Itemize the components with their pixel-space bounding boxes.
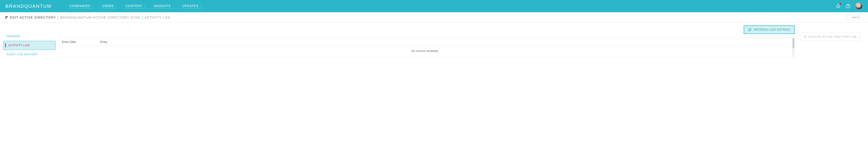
nav-insights[interactable]: INSIGHTS ⌄ xyxy=(154,4,174,8)
sidenav-label: AUDIT LOG HISTORY xyxy=(6,53,38,56)
table-scrollbar[interactable] xyxy=(792,37,795,57)
chevron-down-icon: ⌄ xyxy=(172,4,174,7)
refresh-wrap: REFRESH LOG ENTRIES xyxy=(59,24,795,37)
nav-label: UPDATES xyxy=(182,4,198,8)
stopwatch-icon xyxy=(804,35,807,38)
right-column: EXECUTE ACTIVE DIRECTORY JOB xyxy=(800,24,868,41)
nav-updates[interactable]: UPDATES ⌄ xyxy=(182,4,202,8)
sidenav-general[interactable]: GENERAL xyxy=(3,32,56,41)
help-icon xyxy=(846,4,850,8)
side-nav: GENERAL ACTIVITY LOG AUDIT LOG HISTORY xyxy=(0,24,59,59)
chevron-down-icon: ⌄ xyxy=(92,4,94,7)
nav-right xyxy=(835,2,863,10)
col-entry[interactable]: Entry xyxy=(97,38,110,46)
refresh-label: REFRESH LOG ENTRIES xyxy=(754,28,790,31)
breadcrumb-separator: | xyxy=(142,16,143,19)
sidenav-audit-log-history[interactable]: AUDIT LOG HISTORY xyxy=(3,50,56,59)
sidenav-label: ACTIVITY LOG xyxy=(8,44,30,47)
sidenav-label: GENERAL xyxy=(6,35,21,38)
page-icon xyxy=(5,16,8,19)
breadcrumb-page: ACTIVITY LOG xyxy=(145,16,170,19)
breadcrumb-main: EDIT ACTIVE DIRECTORY xyxy=(10,16,56,19)
page-body: GENERAL ACTIVITY LOG AUDIT LOG HISTORY R… xyxy=(0,23,868,59)
nav-label: USERS xyxy=(102,4,114,8)
brand-logo: BRANDQUANTUM xyxy=(5,3,52,9)
execute-job-button[interactable]: EXECUTE ACTIVE DIRECTORY JOB xyxy=(800,33,860,41)
nav-label: COMPANIES xyxy=(70,4,90,8)
nav-label: CONTENT xyxy=(125,4,143,8)
nav-companies[interactable]: COMPANIES ⌄ xyxy=(70,4,94,8)
breadcrumb-context: BRANDQUANTUM ACTIVE DIRECTORY SYNC xyxy=(60,16,141,19)
main-content: REFRESH LOG ENTRIES Entry Date Entry No … xyxy=(59,24,800,57)
table-empty-message: No records available. xyxy=(59,46,792,57)
top-nav: BRANDQUANTUM COMPANIES ⌄ USERS ⌄ CONTENT… xyxy=(0,0,868,12)
nav-content[interactable]: CONTENT ⌄ xyxy=(125,4,146,8)
log-table-wrap: Entry Date Entry No records available. xyxy=(59,37,795,57)
nav-items: COMPANIES ⌄ USERS ⌄ CONTENT ⌄ INSIGHTS ⌄… xyxy=(70,4,202,8)
col-entry-date[interactable]: Entry Date xyxy=(59,38,97,46)
back-button[interactable]: ‹ BACK xyxy=(847,15,863,20)
nav-label: INSIGHTS xyxy=(154,4,170,8)
breadcrumb-separator: | xyxy=(57,16,59,19)
chevron-down-icon: ⌄ xyxy=(144,4,146,7)
nav-users[interactable]: USERS ⌄ xyxy=(102,4,117,8)
sidenav-activity-log[interactable]: ACTIVITY LOG xyxy=(3,41,56,50)
user-avatar[interactable] xyxy=(855,2,863,10)
chevron-down-icon: ⌄ xyxy=(200,4,202,7)
chevron-left-icon: ‹ xyxy=(850,16,851,19)
back-label: BACK xyxy=(852,16,860,19)
notifications-button[interactable] xyxy=(835,3,841,9)
log-table: Entry Date Entry No records available. xyxy=(59,37,792,57)
page-subheader: EDIT ACTIVE DIRECTORY | BRANDQUANTUM ACT… xyxy=(0,12,868,23)
refresh-icon xyxy=(748,28,751,31)
help-button[interactable] xyxy=(845,3,851,9)
chevron-down-icon: ⌄ xyxy=(115,4,117,7)
refresh-log-button[interactable]: REFRESH LOG ENTRIES xyxy=(744,25,795,34)
execute-label: EXECUTE ACTIVE DIRECTORY JOB xyxy=(808,35,857,38)
table-header: Entry Date Entry xyxy=(59,38,792,46)
notification-dot-icon xyxy=(839,3,841,5)
